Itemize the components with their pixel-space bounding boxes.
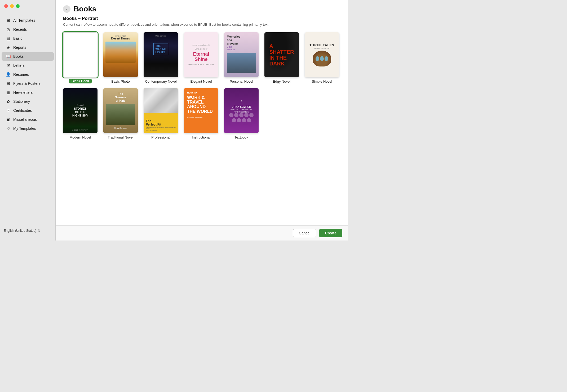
tb-c6: [232, 118, 236, 122]
clock-icon: ◷: [6, 27, 11, 32]
tb-c3: [239, 113, 243, 117]
tb-deco: ✦: [240, 99, 242, 102]
simple-title: THREE TALES: [309, 43, 334, 47]
template-item-professional[interactable]: ThePerfect Fit Adipiscing amet bibendum …: [144, 88, 178, 139]
template-item-personal-novel[interactable]: Memoriesof aTraveler UrnaSemper Personal…: [224, 32, 259, 83]
trad-author: Urna Semper: [114, 127, 127, 129]
sidebar-item-flyers-posters[interactable]: ⊟ Flyers & Posters: [2, 79, 54, 88]
instr-how: HOW TO:: [187, 91, 198, 94]
sidebar-item-newsletters[interactable]: ▦ Newsletters: [2, 88, 54, 97]
sidebar-item-all-templates[interactable]: ⊞ All Templates: [2, 16, 54, 25]
template-label-basic-photo: Basic Photo: [111, 79, 130, 83]
prof-sub: Adipiscing amet bibendum nullam, enim et…: [146, 126, 176, 130]
maximize-button[interactable]: [16, 4, 20, 8]
sidebar-item-reports[interactable]: ◈ Reports: [2, 43, 54, 52]
trad-paris-image: [106, 104, 135, 125]
sidebar-item-my-templates[interactable]: ♡ My Templates: [2, 124, 54, 133]
template-item-basic-photo[interactable]: urna semper Desert Dunes Basic Photo: [103, 32, 138, 83]
tb-c4: [244, 113, 249, 117]
tb-c8: [242, 118, 246, 122]
modern-author: URNA SEMPER: [63, 129, 98, 131]
newsletters-icon: ▦: [6, 90, 11, 95]
template-cover-edgy: ASHATTERIN THEDARK: [264, 32, 299, 77]
back-button[interactable]: ‹: [63, 5, 70, 13]
template-item-elegant-novel[interactable]: Lorem Ipsum Dolor Sit Urna Semper Eterna…: [184, 32, 218, 83]
template-cover-personal: Memoriesof aTraveler UrnaSemper: [224, 32, 259, 77]
template-cover-traditional: TheSeasonsof Paris Urna Semper: [103, 88, 138, 133]
template-item-contemporary-novel[interactable]: Urna Semper THEWAKINGLIGHTS Contemporary…: [144, 32, 178, 83]
traffic-lights: [4, 4, 20, 8]
template-item-simple-novel[interactable]: THREE TALES URNA SEMPER Simple Novel: [305, 32, 339, 83]
template-item-traditional-novel[interactable]: TheSeasonsof Paris Urna Semper Tradition…: [103, 88, 138, 139]
main-content: Books – Portrait Content can reflow to a…: [56, 16, 348, 225]
chevron-up-down-icon: ⇅: [37, 229, 40, 233]
stationery-icon: ✿: [6, 99, 11, 104]
sidebar-item-miscellaneous[interactable]: ▣ Miscellaneous: [2, 115, 54, 124]
prof-yellow-section: ThePerfect Fit Adipiscing amet bibendum …: [144, 113, 178, 133]
prof-title: ThePerfect Fit: [146, 119, 176, 126]
elegant-title: EternalShine: [193, 52, 209, 62]
basic-photo-title: Desert Dunes: [111, 37, 130, 40]
modern-trees: [63, 120, 98, 133]
sidebar-item-basic[interactable]: ▤ Basic: [2, 34, 54, 43]
sidebar-item-stationery[interactable]: ✿ Stationery: [2, 97, 54, 106]
simple-sub: URNA SEMPER: [314, 47, 330, 50]
template-label-textbook: Textbook: [234, 135, 248, 139]
edgy-crack-effect: [264, 32, 299, 77]
flyers-icon: ⊟: [6, 81, 11, 86]
template-item-edgy-novel[interactable]: ASHATTERIN THEDARK Edgy Novel: [264, 32, 299, 83]
tb-circles: [228, 113, 255, 122]
cancel-button[interactable]: Cancel: [293, 229, 317, 237]
main-header: ‹ Books: [56, 0, 348, 16]
waking-lights-title: THEWAKINGLIGHTS: [155, 44, 166, 54]
books-icon: 📖: [6, 54, 11, 59]
sidebar-item-certificates[interactable]: 🎖 Certificates: [2, 106, 54, 115]
section-title: Books – Portrait: [63, 16, 341, 21]
sidebar: ⊞ All Templates ◷ Recents ▤ Basic ◈ Repo…: [0, 0, 56, 240]
template-label-elegant: Elegant Novel: [191, 79, 212, 83]
tb-c5: [249, 113, 254, 117]
tb-sub: APPLIED CHEMISTRY: [231, 108, 253, 111]
minimize-button[interactable]: [10, 4, 14, 8]
sidebar-item-letters[interactable]: ✉ Letters: [2, 61, 54, 70]
tb-c2: [234, 113, 238, 117]
modern-novel-label: A Novel: [77, 104, 83, 106]
template-grid: Blank Book urna semper Desert Dunes Basi…: [63, 32, 341, 139]
simple-eggs: [316, 56, 328, 61]
template-label-traditional: Traditional Novel: [108, 135, 133, 139]
egg-1: [316, 56, 319, 61]
template-label-instructional: Instructional: [192, 135, 210, 139]
template-cover-simple: THREE TALES URNA SEMPER: [305, 32, 339, 77]
basic-photo-sub: urna semper: [115, 35, 126, 37]
instr-author: ★ URNA SEMPER: [187, 117, 203, 119]
personal-title: Memoriesof aTraveler: [227, 35, 240, 46]
modern-title: STORIESOF THENIGHT SKY: [72, 107, 88, 118]
sidebar-item-resumes[interactable]: 👤 Resumes: [2, 70, 54, 79]
template-cover-professional: ThePerfect Fit Adipiscing amet bibendum …: [144, 88, 178, 133]
template-item-instructional[interactable]: HOW TO: WORK &TRAVELAROUNDTHE WORLD ★ UR…: [184, 88, 218, 139]
tb-c1: [229, 113, 233, 117]
template-cover-elegant: Lorem Ipsum Dolor Sit Urna Semper Eterna…: [184, 32, 218, 77]
document-icon: ▤: [6, 36, 11, 41]
elegant-sub: Donna Aria et Risus Diam Amet: [188, 64, 214, 65]
main-panel: ‹ Books Books – Portrait Content can ref…: [56, 0, 348, 240]
template-cover-blank-book: [63, 32, 98, 77]
misc-icon: ▣: [6, 117, 11, 122]
certificates-icon: 🎖: [6, 108, 11, 113]
prof-author: By Urna Semper: [146, 130, 176, 131]
language-selector[interactable]: English (United States) ⇅: [0, 226, 55, 235]
template-item-textbook[interactable]: ✦ URNA SEMPER APPLIED CHEMISTRY FIRST ED…: [224, 88, 259, 139]
trad-title: TheSeasonsof Paris: [115, 92, 126, 103]
waking-lights-box: THEWAKINGLIGHTS: [153, 43, 168, 55]
close-button[interactable]: [4, 4, 8, 8]
sidebar-item-recents[interactable]: ◷ Recents: [2, 25, 54, 34]
personal-author: UrnaSemper: [227, 46, 235, 51]
template-item-modern-novel[interactable]: A Novel STORIESOF THENIGHT SKY URNA SEMP…: [63, 88, 98, 139]
selected-badge: Blank Book: [69, 79, 92, 83]
prof-puzzle-image: [144, 88, 178, 115]
grid-icon: ⊞: [6, 18, 11, 23]
create-button[interactable]: Create: [319, 229, 342, 237]
personal-mountain-image: [227, 53, 256, 73]
sidebar-item-books[interactable]: 📖 Books: [2, 52, 54, 61]
template-item-blank-book[interactable]: Blank Book: [63, 32, 98, 83]
